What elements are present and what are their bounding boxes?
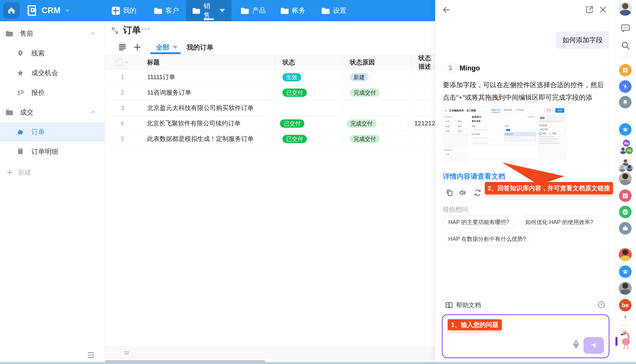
check-circle-icon	[622, 208, 628, 215]
doc-reference-link[interactable]: 详情内容请查看文档	[443, 172, 505, 181]
microphone-icon[interactable]	[572, 340, 580, 348]
sidebar-collapse-icon[interactable]	[87, 351, 95, 359]
suggestion-pill[interactable]: HAP 的主要功能有哪些?	[443, 216, 515, 229]
be-badge[interactable]: be	[619, 299, 632, 312]
ai-sparkle-badge[interactable]	[619, 80, 632, 93]
group-label: 售前	[20, 29, 33, 38]
add-view-icon[interactable]	[133, 43, 141, 51]
tab-sales-active[interactable]: 销售	[186, 0, 232, 21]
tab-accounting-label: 帐务	[292, 6, 306, 15]
speaker-icon[interactable]	[459, 189, 466, 196]
tab-products[interactable]: 产品	[240, 0, 266, 21]
team-group-badge[interactable]	[619, 123, 632, 136]
mingo-flamingo-mascot[interactable]	[618, 328, 632, 350]
svg-text:19: 19	[624, 195, 627, 198]
screenshot-tabs: 编辑字段 表单设置 公开发布	[491, 108, 524, 112]
sidebar-item-orders[interactable]: 订单	[0, 122, 105, 142]
screenshot-form-editor: 表单设计 快速排列 基本信息 姓名 性别 出生日期 手机号码	[470, 114, 538, 159]
cell-reason-empty	[342, 100, 411, 116]
table-row[interactable]: 5 此表数据都是模拟生成！定制服务订单 已交付 完成交付	[105, 131, 435, 147]
column-header-status[interactable]: 状态	[275, 56, 342, 69]
close-icon[interactable]	[599, 5, 607, 14]
tab-settings[interactable]: 设置	[321, 0, 346, 21]
view-tab-all[interactable]: 全部	[156, 43, 170, 52]
column-header-title[interactable]: 标题	[140, 56, 275, 69]
back-arrow-icon[interactable]	[442, 6, 450, 14]
workflow-cluster-badge[interactable]: Ro Fa	[614, 139, 636, 156]
answer-screenshot[interactable]: 正在编辑表单：员工档案 编辑字段 表单设置 公开发布 关闭 保存 常用控件 文本…	[443, 107, 566, 159]
folder-icon	[280, 7, 289, 14]
header-select[interactable]	[105, 56, 140, 69]
app-logo[interactable]: CRM	[26, 5, 70, 16]
top-navigation-bar: CRM 我的 客户 销售 产品 帐务 设置	[0, 0, 435, 21]
open-in-new-icon[interactable]	[585, 5, 594, 14]
search-icon[interactable]	[621, 41, 630, 50]
contact-avatar[interactable]	[619, 248, 632, 261]
briefcase-badge[interactable]	[619, 222, 632, 234]
help-doc-button[interactable]: 帮助文档	[445, 301, 481, 310]
table-row[interactable]: 1 11111订单 生效 新建	[105, 70, 435, 85]
tasks-check-badge[interactable]	[619, 206, 632, 218]
column-header-status-reason[interactable]: 状态原因	[342, 56, 411, 69]
notification-bell-badge[interactable]	[619, 96, 632, 108]
tab-accounting[interactable]: 帐务	[280, 0, 306, 21]
user-avatar[interactable]	[618, 2, 632, 16]
suggestion-pill[interactable]: HAP 在数据分析中有什么优势?	[443, 232, 532, 246]
rail-collapse-button[interactable]	[618, 313, 633, 321]
tab-mine-label: 我的	[123, 6, 136, 15]
cell-desc	[411, 70, 435, 85]
view-dropdown-caret-icon[interactable]	[172, 46, 178, 49]
folder-icon	[6, 30, 13, 37]
chevron-up-icon[interactable]	[90, 109, 96, 115]
column-header-status-desc[interactable]: 状态描述	[411, 56, 435, 69]
sidebar-group-presales[interactable]: 售前	[0, 24, 105, 44]
regenerate-icon[interactable]	[474, 189, 482, 196]
more-options-icon[interactable]: •••	[141, 25, 150, 33]
screenshot-controls-panel: 常用控件 文本数值 金额邮箱 日期电话 高级控件 公式	[443, 114, 470, 159]
plus-icon	[6, 169, 13, 176]
sidebar-item-leads[interactable]: 线索	[0, 44, 105, 63]
bell-icon	[622, 99, 628, 105]
table-row[interactable]: 4 北京长飞聚软件有限公司续约订单 已交付 完成交付 121212	[105, 116, 435, 131]
reason-badge: 完成交付	[350, 88, 380, 97]
contact-avatar[interactable]	[619, 282, 632, 295]
chevron-down-icon[interactable]	[124, 60, 129, 64]
suggestion-pill[interactable]: 如何优化 HAP 的使用效率?	[520, 216, 599, 229]
app-switcher-chevron-icon[interactable]	[65, 8, 70, 14]
assistant-name: Mingo	[460, 64, 480, 72]
tab-sales-label: 销售	[204, 2, 216, 20]
sidebar-item-order-details[interactable]: 订单明细	[0, 142, 105, 162]
chevron-up-icon[interactable]	[90, 31, 96, 36]
mini-avatar	[618, 164, 626, 172]
chevron-left-icon	[623, 315, 628, 319]
expand-diagonal-icon[interactable]	[111, 26, 119, 35]
sidebar-group-deals[interactable]: 成交	[0, 102, 105, 122]
sidebar-item-quotes[interactable]: 报价	[0, 83, 105, 102]
apps-grid-badge[interactable]	[619, 64, 632, 76]
members-cluster-badge[interactable]	[614, 159, 636, 172]
view-tab-mine[interactable]: 我的订单	[186, 43, 213, 52]
list-view-icon[interactable]	[118, 43, 126, 51]
home-button[interactable]	[3, 2, 20, 19]
item-label: 订单	[31, 128, 45, 136]
table-row[interactable]: 3 北京盈元大科技有限公司购买软件订单	[105, 100, 435, 116]
send-button[interactable]	[584, 337, 604, 354]
select-all-checkbox[interactable]	[116, 59, 122, 66]
group-label: 成交	[20, 108, 33, 117]
sidebar-item-opportunities[interactable]: 成交机会	[0, 63, 105, 83]
tab-mine[interactable]: 我的	[112, 0, 136, 21]
tab-sales-caret-icon[interactable]	[220, 9, 225, 12]
feedback-chat-icon[interactable]	[620, 23, 630, 33]
group-badge[interactable]	[619, 266, 632, 278]
star-icon	[17, 70, 24, 76]
tab-customers[interactable]: 客户	[154, 0, 179, 21]
table-row[interactable]: 2 11咨询服务订单 已交付 完成交付	[105, 85, 435, 100]
calendar-badge[interactable]: 19	[619, 190, 632, 202]
sidebar-new-button[interactable]: 新建	[0, 162, 105, 182]
briefcase-icon	[622, 225, 628, 232]
copy-icon[interactable]	[446, 189, 453, 196]
contact-avatar[interactable]	[619, 172, 632, 185]
reason-badge: 完成交付	[346, 120, 376, 128]
history-clock-icon[interactable]	[597, 300, 605, 308]
reason-badge: 新建	[350, 73, 368, 82]
